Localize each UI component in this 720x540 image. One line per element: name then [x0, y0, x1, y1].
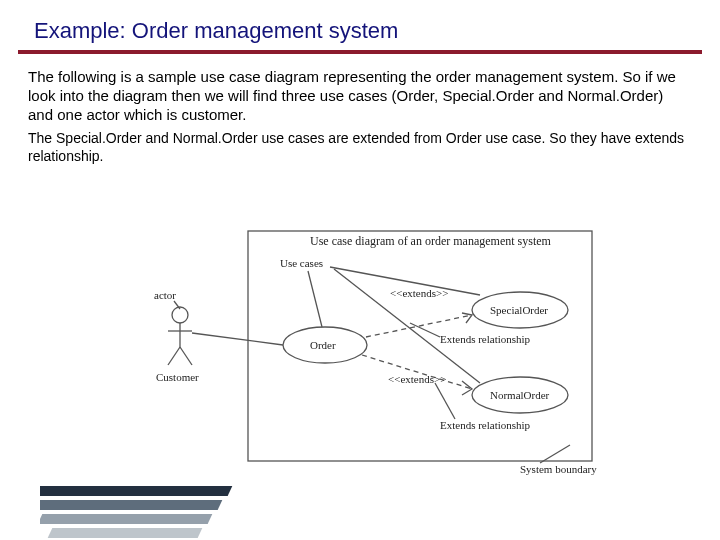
svg-line-5	[180, 347, 192, 365]
svg-line-10	[410, 323, 440, 337]
actor-name: Customer	[156, 371, 199, 383]
paragraph-2: The Special.Order and Normal.Order use c…	[28, 130, 692, 165]
extends-stereo-2: <<extends>>	[388, 373, 446, 385]
slide: Example: Order management system The fol…	[0, 0, 720, 540]
usecase-diagram: Use case diagram of an order management …	[140, 225, 600, 490]
extends-stereo-1: <<extends>>	[390, 287, 448, 299]
actor-icon	[168, 307, 192, 365]
svg-line-11	[435, 383, 455, 419]
system-boundary-label: System boundary	[520, 463, 597, 475]
svg-line-12	[540, 445, 570, 463]
usecase-special-label: SpecialOrder	[490, 304, 548, 316]
extends-rel-2: Extends relationship	[440, 419, 531, 431]
association-line	[192, 333, 283, 345]
usecase-order-label: Order	[310, 339, 336, 351]
actor-label: actor	[154, 289, 176, 301]
usecases-label: Use cases	[280, 257, 323, 269]
body-text: The following is a sample use case diagr…	[0, 68, 720, 165]
svg-point-1	[172, 307, 188, 323]
svg-line-4	[168, 347, 180, 365]
svg-line-7	[308, 271, 322, 327]
usecase-normal-label: NormalOrder	[490, 389, 550, 401]
extends-rel-1: Extends relationship	[440, 333, 531, 345]
slide-title: Example: Order management system	[0, 0, 720, 50]
paragraph-1: The following is a sample use case diagr…	[28, 68, 692, 124]
diagram-title: Use case diagram of an order management …	[310, 234, 552, 248]
title-underline	[18, 50, 702, 54]
